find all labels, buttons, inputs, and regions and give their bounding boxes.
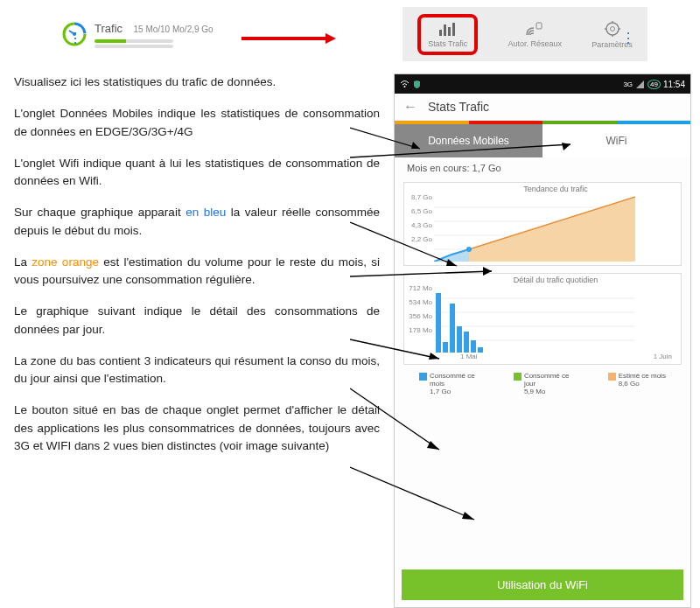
network-icon xyxy=(525,21,544,37)
svg-rect-31 xyxy=(436,293,441,353)
top-toolbar: ⋮ Trafic 15 Mo/10 Mo/2,9 Go Stats Trafic… xyxy=(26,7,674,61)
signal-icon xyxy=(635,80,645,89)
daily-plot xyxy=(434,286,635,353)
para-blue: Sur chaque graphique apparait en bleu la… xyxy=(14,204,380,240)
battery-circle: 49 xyxy=(648,80,661,89)
svg-point-12 xyxy=(610,26,614,31)
tab-wifi[interactable]: WiFi xyxy=(542,124,690,157)
svg-rect-7 xyxy=(444,24,446,36)
svg-marker-5 xyxy=(326,33,336,44)
chart-title: Détail du trafic quotidien xyxy=(434,276,677,284)
svg-rect-36 xyxy=(471,340,476,353)
bars-icon xyxy=(438,21,458,37)
red-arrow-icon xyxy=(210,33,368,44)
legend-consumed-day: Consommé cejour5,9 Mo xyxy=(514,372,570,395)
svg-point-11 xyxy=(606,23,619,35)
phone-screenshot: 3G 49 11:54 ← Stats Trafic Données Mobil… xyxy=(394,73,691,608)
legend-row: Consommé cemois1,7 Go Consommé cejour5,9… xyxy=(395,368,690,399)
para-daily: Le graphique suivant indique le détail d… xyxy=(14,303,380,339)
daily-chart: Détail du trafic quotidien 712 Mo534 Mo3… xyxy=(403,273,682,365)
svg-rect-8 xyxy=(448,27,451,36)
tab-row: Données Mobiles WiFi xyxy=(395,124,690,157)
tab-strip: Stats Trafic Autor. Réseaux Paramètres ⋮ xyxy=(402,7,648,61)
para-button: Le bouton situé en bas de chaque onglet … xyxy=(14,402,380,455)
menu-dots-left-icon[interactable]: ⋮ xyxy=(68,30,82,46)
svg-marker-18 xyxy=(636,80,644,88)
screen-header: ← Stats Trafic xyxy=(395,94,690,121)
progress-bar-green xyxy=(94,39,173,43)
svg-rect-35 xyxy=(464,332,469,353)
svg-rect-9 xyxy=(452,23,455,36)
menu-dots-right-icon[interactable]: ⋮ xyxy=(621,30,635,46)
screen-title-text: Stats Trafic xyxy=(428,100,489,114)
wifi-icon xyxy=(400,80,410,89)
android-status-bar: 3G 49 11:54 xyxy=(395,74,690,94)
svg-marker-23 xyxy=(469,197,635,262)
svg-point-26 xyxy=(466,247,472,252)
trend-plot xyxy=(434,195,635,262)
mois-en-cours: Mois en cours: 1,7 Go xyxy=(395,157,690,178)
blue-text: en bleu xyxy=(186,206,226,219)
legend-estimated: Estimé ce mois8,6 Go xyxy=(608,372,666,395)
trafic-label: Trafic xyxy=(94,22,122,35)
back-arrow-icon[interactable]: ← xyxy=(403,99,417,115)
tab-stats-trafic[interactable]: Stats Trafic xyxy=(417,14,478,55)
para-wifi: L'onglet Wifi indique quant à lui les st… xyxy=(14,155,380,191)
tab-label: Stats Trafic xyxy=(428,39,467,48)
svg-rect-34 xyxy=(457,326,462,353)
orange-text: zone orange xyxy=(32,255,99,269)
wifi-usage-button[interactable]: Utilisation du WiFi xyxy=(402,570,683,600)
para-intro: Visualisez ici les statistiques du trafi… xyxy=(14,73,380,91)
svg-point-17 xyxy=(404,86,406,87)
y-axis-labels: 712 Mo534 Mo356 Mo178 Mo xyxy=(406,284,432,340)
trend-chart: Tendance du trafic 8,7 Go6,5 Go4,3 Go2,2… xyxy=(403,182,682,266)
legend-consumed-month: Consommé cemois1,7 Go xyxy=(419,372,475,395)
svg-rect-37 xyxy=(478,347,483,353)
trafic-widget: Trafic 15 Mo/10 Mo/2,9 Go xyxy=(61,20,214,48)
svg-rect-33 xyxy=(450,304,455,353)
clock-label: 11:54 xyxy=(663,80,685,89)
para-mobile: L'onglet Données Mobiles indique les sta… xyxy=(14,105,380,141)
tab-autor-reseaux[interactable]: Autor. Réseaux xyxy=(508,21,562,48)
network-3g-label: 3G xyxy=(623,80,633,88)
x-axis-labels: 1 Mai1 Juin xyxy=(434,353,677,360)
tab-donnees-mobiles[interactable]: Données Mobiles xyxy=(395,124,542,157)
progress-bar-gray xyxy=(94,45,173,48)
explanation-column: Visualisez ici les statistiques du trafi… xyxy=(9,73,385,608)
y-axis-labels: 8,7 Go6,5 Go4,3 Go2,2 Go xyxy=(406,193,432,249)
svg-rect-10 xyxy=(536,23,542,29)
trafic-values: 15 Mo/10 Mo/2,9 Go xyxy=(133,24,213,34)
chart-title: Tendance du trafic xyxy=(434,185,677,193)
svg-rect-32 xyxy=(443,342,448,353)
para-indicators: La zone du bas contient 3 indicateurs qu… xyxy=(14,353,380,388)
gear-icon xyxy=(604,20,621,38)
shield-icon xyxy=(412,80,422,89)
svg-rect-6 xyxy=(439,30,442,36)
tab-label: Autor. Réseaux xyxy=(508,39,562,48)
para-orange: La zone orange est l'estimation du volum… xyxy=(14,254,380,290)
